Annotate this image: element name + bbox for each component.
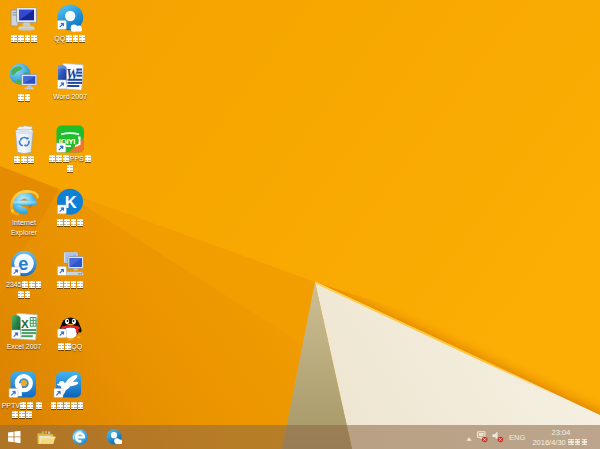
svg-text:K: K <box>65 193 77 211</box>
svg-text:X: X <box>21 318 29 330</box>
